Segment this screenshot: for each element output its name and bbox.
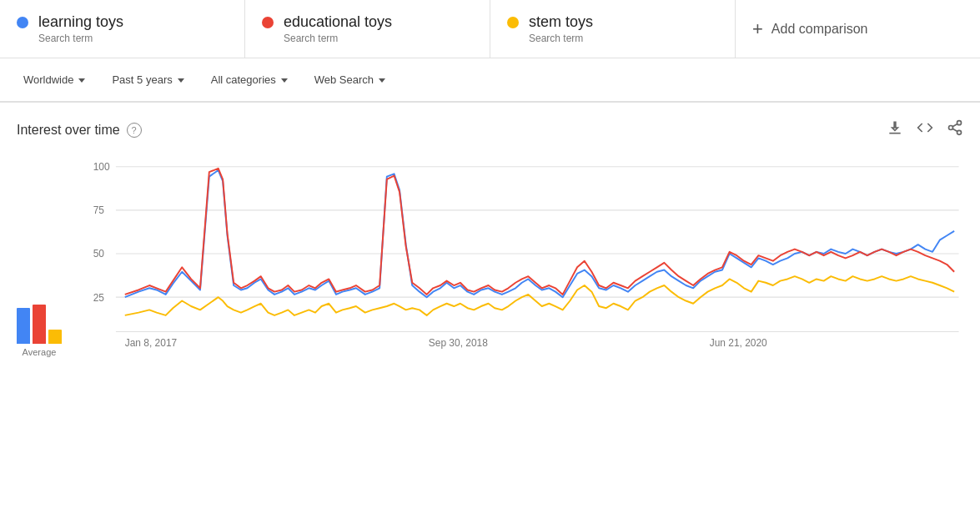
search-type-label: Web Search [314, 73, 374, 86]
learning-toys-sub: Search term [38, 33, 123, 44]
search-term-learning-toys[interactable]: learning toys Search term [0, 0, 245, 58]
time-chevron-icon [178, 78, 184, 83]
avg-bar-educational [33, 305, 46, 344]
svg-text:25: 25 [93, 292, 105, 304]
avg-bar-learning [17, 308, 30, 344]
region-chevron-icon [78, 78, 85, 83]
stem-toys-dot [507, 17, 519, 28]
svg-line-4 [952, 123, 957, 126]
svg-text:Sep 30, 2018: Sep 30, 2018 [429, 337, 488, 349]
avg-bar-stem [48, 330, 62, 344]
svg-line-3 [952, 129, 957, 131]
svg-text:100: 100 [93, 161, 110, 173]
search-terms-bar: learning toys Search term educational to… [0, 0, 980, 58]
svg-text:Jun 21, 2020: Jun 21, 2020 [710, 337, 767, 349]
search-term-educational-toys[interactable]: educational toys Search term [245, 0, 490, 58]
add-comparison-label: Add comparison [771, 22, 868, 37]
category-chevron-icon [281, 78, 288, 83]
average-label: Average [23, 347, 57, 357]
svg-point-0 [957, 121, 962, 125]
plus-icon: + [752, 18, 763, 40]
educational-toys-sub: Search term [284, 33, 392, 44]
svg-text:50: 50 [93, 248, 105, 260]
chart-actions [887, 119, 963, 140]
learning-toys-dot [17, 17, 28, 28]
svg-point-1 [949, 126, 953, 130]
help-icon[interactable]: ? [127, 123, 142, 138]
average-bars: Average [17, 294, 62, 357]
time-label: Past 5 years [112, 73, 172, 86]
stem-toys-sub: Search term [529, 33, 593, 44]
stem-toys-name: stem toys [529, 13, 593, 31]
filter-bar: Worldwide Past 5 years All categories We… [0, 58, 980, 103]
chart-container: Average 100 75 50 25 Jan 8, 2017 Sep 30,… [17, 154, 963, 357]
region-label: Worldwide [23, 73, 73, 86]
search-type-filter[interactable]: Web Search [304, 67, 395, 93]
learning-toys-name: learning toys [38, 13, 123, 31]
svg-text:75: 75 [93, 204, 105, 216]
share-icon[interactable] [947, 119, 963, 140]
search-term-stem-toys[interactable]: stem toys Search term [490, 0, 736, 58]
search-type-chevron-icon [379, 78, 385, 83]
chart-section: Interest over time ? [0, 103, 980, 365]
region-filter[interactable]: Worldwide [13, 67, 95, 93]
embed-icon[interactable] [917, 119, 933, 140]
category-filter[interactable]: All categories [201, 67, 298, 93]
educational-toys-name: educational toys [284, 13, 392, 31]
educational-toys-dot [262, 17, 274, 28]
chart-title-area: Interest over time ? [17, 123, 142, 138]
chart-header: Interest over time ? [17, 119, 963, 140]
time-filter[interactable]: Past 5 years [102, 67, 193, 93]
bars-group [17, 294, 62, 344]
svg-chart: 100 75 50 25 Jan 8, 2017 Sep 30, 2018 Ju… [75, 154, 963, 357]
chart-title: Interest over time [17, 123, 120, 138]
download-icon[interactable] [887, 119, 903, 140]
add-comparison-button[interactable]: + Add comparison [736, 0, 980, 58]
svg-text:Jan 8, 2017: Jan 8, 2017 [125, 337, 178, 349]
svg-point-2 [957, 130, 962, 134]
category-label: All categories [211, 73, 276, 86]
